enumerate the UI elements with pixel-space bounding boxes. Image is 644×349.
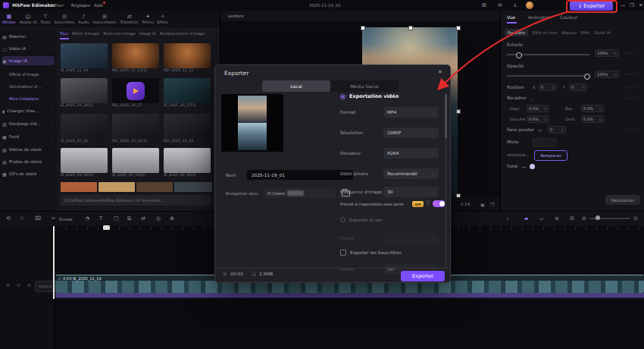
rotate-icon[interactable]: ⟳ — [539, 128, 542, 133]
layout-icon[interactable]: ⊞ — [482, 2, 486, 8]
thumbnail[interactable]: R2I_2025_10_22 — [164, 114, 211, 143]
chevron-down-icon[interactable]: ⌄ — [531, 96, 534, 101]
zoom-out-icon[interactable]: ⊖ — [582, 215, 586, 222]
track-mute-icon[interactable]: ⊘ — [17, 282, 20, 288]
minimize-button[interactable]: — — [621, 2, 626, 8]
toolbar-item-effets[interactable]: ✧ Effets — [158, 14, 168, 24]
thumbnail[interactable]: R2I_2025_11_13 — [164, 43, 211, 72]
scale-slider[interactable] — [507, 54, 590, 55]
menu-aide[interactable]: Aide — [94, 3, 103, 8]
keyframe-controls[interactable]: ◁◇▷ — [624, 85, 636, 89]
subtab-effet[interactable]: Effet — [581, 30, 590, 35]
track-settings-icon[interactable]: ⚙ — [27, 282, 31, 288]
toolbar-item-transition[interactable]: ⇄ Transition — [120, 14, 139, 24]
framerate-dropdown[interactable]: 30 ⌄ — [383, 187, 439, 197]
opacity-value[interactable]: 100% ⇅ — [595, 71, 619, 78]
export-subtitles-row[interactable]: Exporter les Sous-titres — [340, 250, 402, 256]
menu-fichier[interactable]: Fichier — [50, 3, 64, 8]
playhead[interactable] — [53, 226, 55, 299]
thumbnail[interactable]: R2I_2025_10_27 — [112, 78, 159, 107]
background-toggle[interactable] — [530, 164, 535, 169]
tab-media-social[interactable]: Média Social — [330, 80, 399, 92]
filmstrip-thumbnail[interactable] — [61, 182, 97, 192]
stepper-icon[interactable]: ⇅ — [614, 52, 617, 55]
subtab-effet-en-fond[interactable]: Effet en fond — [533, 30, 557, 35]
redo-icon[interactable]: ⟳ — [20, 215, 24, 222]
toolbar-item-medias[interactable]: ▦ Médias — [2, 14, 16, 24]
thumbnail[interactable]: IE_2025_09_30(3) — [61, 148, 108, 177]
mirror-icon[interactable]: ⇄ — [141, 215, 145, 222]
bitrate-dropdown[interactable]: Recommandé ⌄ — [383, 168, 439, 179]
blend-value-box[interactable] — [533, 138, 544, 147]
sidebar-item-effets-image[interactable]: Effets d'image — [2, 70, 61, 79]
tab-animation[interactable]: Animation — [528, 14, 552, 20]
opacity-slider[interactable] — [507, 75, 590, 77]
thumbnail[interactable]: IE_2025_10_22 — [61, 114, 108, 143]
thumbnail[interactable]: IE_2025_10_28(1) — [61, 78, 108, 107]
crop-tool-icon[interactable]: ▢ — [114, 215, 119, 222]
toolbar-item-sous-titres[interactable]: ⊟ Sous-titres — [55, 14, 75, 24]
sidebar-item-gifs-stock[interactable]: ▩ GIFs de stock — [2, 169, 55, 178]
track-list-icon[interactable]: ≡ — [555, 215, 559, 222]
position-y[interactable]: 0 ⇅ — [569, 83, 587, 91]
tab-lecture[interactable]: Lecture — [228, 14, 244, 18]
chevron-down-icon[interactable]: ⌄ — [105, 218, 108, 225]
subtab-outils-ia[interactable]: Outils IA — [594, 30, 610, 35]
selection-handle[interactable] — [456, 26, 461, 30]
fullscreen-icon[interactable]: ❒ — [490, 202, 494, 207]
user-avatar[interactable] — [526, 2, 533, 9]
record-icon[interactable]: ◎ — [156, 215, 161, 222]
close-button[interactable]: ✕ — [639, 2, 642, 8]
selection-handle[interactable] — [361, 26, 365, 30]
export-button[interactable]: ↓ Exporter — [570, 2, 613, 11]
thumbnail[interactable]: IE_2025_09_30(2) — [112, 148, 159, 177]
video-export-radio-row[interactable]: Exportation vidéo — [340, 93, 399, 99]
sidebar-item-photos-stock[interactable]: ▨ Photos de stock — [2, 157, 55, 166]
audio-track-bar[interactable] — [55, 293, 644, 298]
split-label[interactable]: Diviser — [59, 217, 73, 222]
subtab-populaire[interactable]: Populaire — [505, 29, 528, 36]
filmstrip-thumbnail[interactable] — [174, 182, 212, 192]
encoder-dropdown[interactable]: H264 ⌄ — [383, 148, 439, 159]
sidebar-item-mes-creations[interactable]: Mes Créations — [2, 94, 61, 103]
keyframe-controls[interactable]: ◁◇▷ — [624, 51, 636, 55]
track-view-icon[interactable]: ▱ — [539, 215, 543, 222]
thumbnail[interactable]: IE_2025_10_27(1) — [164, 78, 211, 107]
keyframe-controls[interactable]: ◁◇▷ — [624, 96, 636, 100]
tab-vue[interactable]: Vue — [507, 14, 515, 20]
voiceover-icon[interactable]: ♩ — [506, 215, 508, 222]
toolbar-item-texte[interactable]: T Texte — [40, 14, 50, 24]
crop-left-value[interactable]: 0.0% ⇅ — [527, 115, 549, 123]
text-tool-icon[interactable]: T — [99, 215, 102, 222]
tab-texte-vers-image[interactable]: Texte vers Image — [103, 31, 136, 36]
format-dropdown[interactable]: MP4 ⌄ — [383, 107, 439, 118]
crop-bottom-value[interactable]: 0.0% ⇅ — [581, 105, 604, 112]
filmstrip-thumbnail[interactable] — [98, 182, 135, 192]
filmstrip-thumbnail[interactable] — [136, 182, 173, 192]
sidebar-item-video-ia[interactable]: ▢ Vidéo IA ⌄ — [2, 44, 55, 53]
tab-effets-image[interactable]: Effets d'image — [72, 31, 99, 36]
undo-icon[interactable]: ⟲ — [6, 215, 11, 222]
lossless-toggle[interactable] — [433, 200, 445, 207]
playhead-handle[interactable] — [103, 225, 110, 230]
delete-icon[interactable]: ⌧ — [35, 215, 41, 222]
subtab-masque[interactable]: Masque — [561, 30, 576, 35]
thumbnail[interactable]: R2I_2025_11_13(1) — [112, 43, 159, 72]
menu-reglages[interactable]: Réglages — [71, 3, 90, 8]
export-confirm-button[interactable]: Exporter — [401, 271, 445, 281]
info-icon[interactable]: ⓘ — [426, 200, 430, 206]
scrollbar-thumb[interactable] — [445, 94, 447, 138]
selection-handle[interactable] — [456, 109, 461, 114]
save-path-field[interactable]: D:/Users — [264, 188, 336, 198]
sidebar-item-doublage[interactable]: ▥ Doublage Vid... › — [2, 119, 55, 128]
track-view-icon[interactable]: ▰ — [524, 215, 528, 222]
resolution-dropdown[interactable]: 1080P ⌄ — [383, 127, 439, 138]
tab-couleur[interactable]: Couleur — [560, 14, 577, 20]
selection-handle[interactable] — [408, 26, 413, 30]
sidebar-item-image-ia[interactable]: ▣ Image IA ⌄ — [2, 56, 55, 65]
keyframe-controls[interactable]: ◁◇▷ — [624, 127, 636, 131]
fit-screen-icon[interactable]: ▣ — [480, 202, 485, 207]
crop-right-value[interactable]: 0.0% ⇅ — [581, 115, 604, 123]
thumbnail[interactable]: IE_2025_11_19 — [61, 43, 108, 72]
tab-image-ia[interactable]: Image IA — [139, 31, 156, 36]
